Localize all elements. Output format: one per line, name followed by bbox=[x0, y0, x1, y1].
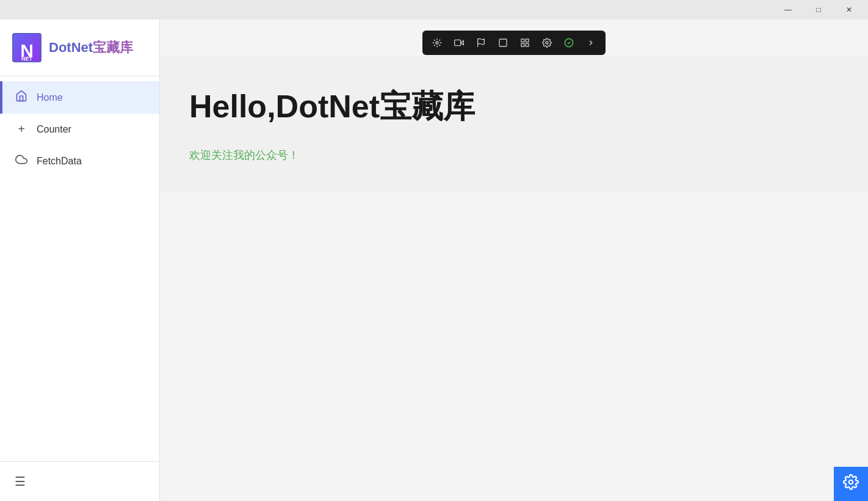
toolbar-btn-check[interactable] bbox=[560, 34, 577, 51]
hamburger-button[interactable]: ☰ bbox=[12, 472, 28, 491]
logo-dotnet: DotNet bbox=[49, 40, 93, 55]
minimize-button[interactable]: — bbox=[774, 0, 802, 20]
gear-fab-button[interactable] bbox=[834, 467, 868, 501]
toolbar-btn-flag[interactable] bbox=[472, 34, 490, 51]
close-button[interactable]: ✕ bbox=[835, 0, 863, 20]
logo-text: DotNet宝藏库 bbox=[49, 38, 133, 57]
sidebar: N NET DotNet宝藏库 Home bbox=[0, 20, 160, 501]
sidebar-item-fetchdata[interactable]: FetchData bbox=[0, 145, 159, 177]
svg-point-14 bbox=[546, 42, 548, 44]
svg-rect-7 bbox=[455, 40, 461, 45]
svg-text:NET: NET bbox=[21, 56, 33, 62]
hero-subtitle: 欢迎关注我的公众号！ bbox=[189, 148, 839, 163]
svg-marker-6 bbox=[461, 41, 464, 45]
logo-chinese: 宝藏库 bbox=[93, 40, 133, 55]
svg-rect-11 bbox=[526, 39, 529, 42]
toolbar-btn-arrow[interactable] bbox=[582, 34, 599, 51]
toolbar-btn-toggle[interactable] bbox=[429, 34, 446, 51]
svg-point-16 bbox=[849, 480, 853, 485]
cloud-icon bbox=[15, 153, 28, 169]
hero-title: Hello,DotNet宝藏库 bbox=[189, 86, 839, 128]
fetchdata-label: FetchData bbox=[37, 156, 82, 167]
app-container: N NET DotNet宝藏库 Home bbox=[0, 20, 868, 501]
sidebar-item-counter[interactable]: + Counter bbox=[0, 114, 159, 145]
svg-rect-10 bbox=[521, 39, 524, 42]
svg-point-5 bbox=[436, 42, 438, 44]
floating-toolbar bbox=[422, 31, 606, 55]
svg-rect-12 bbox=[521, 43, 524, 46]
gear-icon bbox=[843, 474, 859, 494]
toolbar-btn-settings[interactable] bbox=[538, 34, 555, 51]
sidebar-nav: Home + Counter FetchData bbox=[0, 76, 159, 461]
main-content: Hello,DotNet宝藏库 欢迎关注我的公众号！ bbox=[160, 20, 868, 501]
home-label: Home bbox=[37, 92, 63, 103]
sidebar-logo: N NET DotNet宝藏库 bbox=[0, 20, 159, 76]
sidebar-bottom: ☰ bbox=[0, 461, 159, 501]
toolbar-btn-box[interactable] bbox=[494, 34, 512, 51]
logo-icon: N NET bbox=[12, 33, 42, 62]
n-logo-svg: N NET bbox=[12, 33, 42, 62]
toolbar-btn-video[interactable] bbox=[450, 34, 468, 51]
svg-rect-13 bbox=[526, 43, 529, 46]
svg-rect-9 bbox=[499, 39, 507, 46]
hero-section: Hello,DotNet宝藏库 欢迎关注我的公众号！ bbox=[160, 56, 868, 192]
title-bar: — □ ✕ bbox=[0, 0, 868, 20]
sidebar-item-home[interactable]: Home bbox=[0, 81, 159, 114]
counter-label: Counter bbox=[37, 124, 71, 135]
maximize-button[interactable]: □ bbox=[805, 0, 833, 20]
home-icon bbox=[15, 90, 28, 105]
plus-icon: + bbox=[15, 122, 28, 136]
toolbar-btn-grid[interactable] bbox=[516, 34, 533, 51]
